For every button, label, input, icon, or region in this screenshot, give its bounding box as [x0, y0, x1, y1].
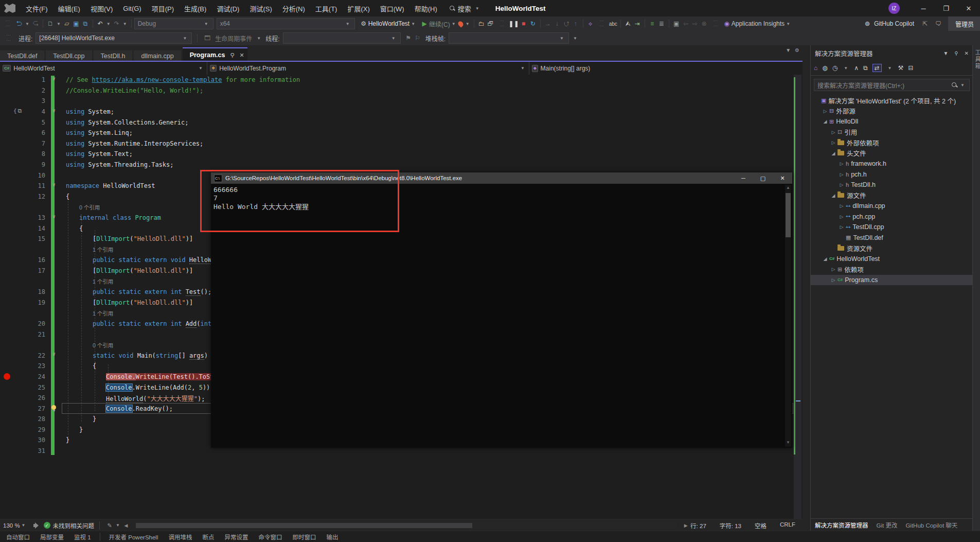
pin-tab-icon[interactable]: ⚲	[230, 52, 234, 59]
tool-window-tab[interactable]: 即时窗口	[288, 531, 320, 542]
toolbar-grip[interactable]: ⋮⋮	[5, 19, 10, 29]
spaces-indicator[interactable]: 空格	[755, 521, 767, 530]
expand-arrow-icon[interactable]: ▷	[830, 267, 836, 272]
configuration-dropdown[interactable]: Debug▼	[134, 18, 213, 29]
menu-item[interactable]: 视图(V)	[85, 0, 118, 16]
expand-arrow-icon[interactable]: ▷	[839, 224, 845, 230]
tree-item[interactable]: ◢⊞HelloDll	[811, 116, 973, 127]
watch-abc-button[interactable]: abc	[609, 19, 618, 29]
editor-vertical-scrollbar[interactable]	[794, 75, 801, 519]
expand-arrow-icon[interactable]: ▷	[822, 109, 828, 114]
expand-arrow-icon[interactable]: ▷	[830, 140, 836, 145]
break-all-window-button[interactable]: 🗗	[486, 19, 495, 29]
tree-item[interactable]: ◢C#HelloWorldTest	[811, 254, 973, 265]
code-line-6[interactable]: 6using System.Linq;	[0, 128, 803, 138]
github-copilot-label[interactable]: GitHub Copilot	[874, 20, 914, 27]
code-line-9[interactable]: 9using System.Threading.Tasks;	[0, 160, 803, 170]
nav-close-button[interactable]: ⊗	[700, 19, 709, 29]
console-minimize-button[interactable]: ─	[734, 172, 753, 184]
app-insights-label[interactable]: Application Insights	[732, 20, 785, 27]
menu-item[interactable]: 帮助(H)	[409, 0, 442, 16]
expand-arrow-icon[interactable]: ◢	[822, 119, 828, 124]
column-indicator[interactable]: 字符: 13	[720, 521, 741, 530]
comment-lines-button[interactable]: ≡	[648, 19, 657, 29]
expand-arrow-icon[interactable]: ◢	[830, 193, 836, 198]
continue-button[interactable]: ▶	[420, 19, 429, 29]
menu-item[interactable]: 文件(F)	[21, 0, 53, 16]
code-line-1[interactable]: 1∨// See https://aka.ms/new-console-temp…	[0, 75, 803, 85]
tree-item[interactable]: ▷++dllmain.cpp	[811, 201, 973, 212]
tool-window-tab[interactable]: 输出	[322, 531, 342, 542]
nav-next-button[interactable]: ⇨	[690, 19, 700, 29]
health-text[interactable]: 未找到相关问题	[53, 521, 95, 530]
open-files-filter-icon[interactable]: ◷	[832, 64, 838, 72]
preview-selected-items-icon[interactable]: ⊟	[908, 64, 913, 72]
code-line-8[interactable]: 8using System.Text;	[0, 149, 803, 160]
tree-item[interactable]: 资源文件	[811, 243, 973, 254]
console-close-button[interactable]: ✕	[773, 172, 792, 184]
collapse-all-icon[interactable]: ∧	[854, 64, 859, 72]
scroll-right-arrow-icon[interactable]: ▶	[681, 520, 690, 531]
lifecycle-label[interactable]: 生命周期事件	[215, 34, 252, 43]
uncomment-lines-button[interactable]: ≣	[657, 19, 666, 29]
panel-tab[interactable]: Git 更改	[877, 521, 898, 529]
panel-splitter[interactable]	[803, 45, 810, 531]
tree-item[interactable]: ▷hTestDll.h	[811, 180, 973, 190]
breadcrumb-type[interactable]: ❖ HelloWorldTest.Program ▼	[207, 62, 529, 75]
panel-tab[interactable]: GitHub Copilot 聊天	[905, 521, 957, 529]
redo-button[interactable]: ↷	[112, 19, 121, 29]
panel-pin-icon[interactable]: ⚲	[954, 50, 958, 56]
expand-arrow-icon[interactable]: ▷	[839, 203, 845, 208]
expand-arrow-icon[interactable]: ▷	[830, 130, 836, 135]
save-all-button[interactable]: ⧉	[81, 19, 90, 29]
close-tab-icon[interactable]: ✕	[240, 52, 244, 59]
cursor-select-button[interactable]: ⮙	[623, 19, 633, 29]
open-folder-button[interactable]: ▱	[62, 19, 72, 29]
menu-item[interactable]: 窗口(W)	[375, 0, 409, 16]
close-button[interactable]: ✕	[957, 0, 980, 16]
code-line-3[interactable]: 3	[0, 96, 803, 107]
zoom-dropdown[interactable]: 130 %▼	[0, 522, 30, 529]
tree-item[interactable]: ◢头文件	[811, 148, 973, 159]
titlebar-search[interactable]: 搜索 ▼	[450, 4, 481, 13]
unflag-thread-button[interactable]: ⚐	[413, 33, 422, 43]
read-aloud-speaker-icon[interactable]	[33, 522, 41, 529]
expand-arrow-icon[interactable]: ◢	[822, 256, 828, 261]
tree-item[interactable]: ▣解决方案 'HelloWorldTest' (2 个项目, 共 2 个)	[811, 95, 973, 106]
run-to-cursor-button[interactable]: ↑	[571, 19, 580, 29]
menu-item[interactable]: 生成(B)	[179, 0, 211, 16]
immediate-window-button[interactable]: ▣	[672, 19, 681, 29]
undo-button[interactable]: ↶	[96, 19, 105, 29]
expand-arrow-icon[interactable]: ▷	[839, 161, 845, 166]
tool-window-tab[interactable]: 调用堆栈	[164, 531, 196, 542]
step-out-button[interactable]: ⮍	[562, 19, 571, 29]
menu-item[interactable]: 调试(D)	[211, 0, 244, 16]
menu-item[interactable]: 编辑(E)	[53, 0, 85, 16]
line-indicator[interactable]: 行: 27	[690, 521, 706, 530]
restore-button[interactable]: ❐	[935, 0, 957, 16]
document-list-chevron-icon[interactable]: ▼	[786, 47, 791, 53]
toolbar-grip[interactable]: ⋮⋮	[6, 33, 11, 43]
save-button[interactable]: ▣	[72, 19, 81, 29]
live-share-button[interactable]: ⟡	[586, 19, 595, 29]
menu-item[interactable]: Git(G)	[118, 0, 146, 16]
panel-close-icon[interactable]: ✕	[965, 50, 969, 56]
menu-item[interactable]: 测试(S)	[244, 0, 277, 16]
console-maximize-button[interactable]: ▢	[753, 172, 773, 184]
tree-item[interactable]: ◢源文件	[811, 190, 973, 201]
scrollbar-thumb[interactable]	[786, 193, 791, 237]
tool-window-tab[interactable]: 监视 1	[70, 531, 95, 542]
sync-with-active-document-icon[interactable]: ⇄	[872, 64, 882, 72]
scroll-down-arrow-icon[interactable]: ▼	[785, 440, 791, 446]
solution-explorer-title-bar[interactable]: 解决方案资源管理器 ▼ ⚲ ✕	[811, 45, 973, 61]
hot-reload-icon[interactable]	[457, 20, 464, 27]
stop-button[interactable]: ■	[519, 19, 528, 29]
tool-window-tab[interactable]: 命令窗口	[254, 531, 286, 542]
scrollbar-thumb[interactable]	[136, 523, 472, 528]
process-dropdown[interactable]: [26648] HelloWorldTest.exe▼	[35, 32, 192, 44]
expand-arrow-icon[interactable]: ▷	[839, 214, 845, 219]
fold-chevron-icon[interactable]: ∨	[52, 108, 56, 113]
tree-item[interactable]: ▷C#Program.cs	[811, 275, 973, 286]
pause-button[interactable]: ❚❚	[509, 19, 519, 29]
share-icon[interactable]: ⇱	[920, 19, 930, 29]
